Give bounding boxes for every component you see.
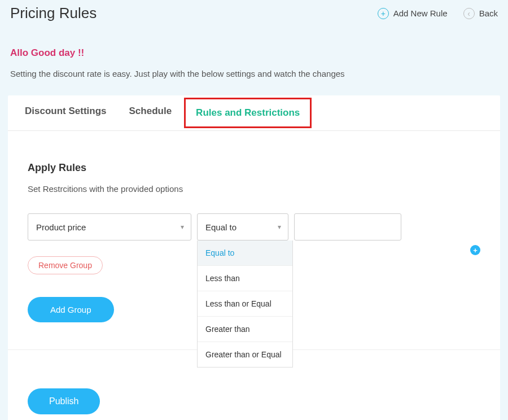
value-input[interactable] (294, 213, 401, 240)
remove-group-button[interactable]: Remove Group (28, 256, 103, 274)
dropdown-option-less[interactable]: Less than (198, 266, 292, 291)
tab-rules-restrictions[interactable]: Rules and Restrictions (184, 98, 312, 128)
dropdown-option-less-equal[interactable]: Less than or Equal (198, 291, 292, 317)
section-title: Apply Rules (28, 162, 480, 174)
add-new-rule-label: Add New Rule (393, 8, 448, 18)
back-label: Back (479, 8, 498, 18)
dropdown-option-greater[interactable]: Greater than (198, 317, 292, 342)
header-actions: + Add New Rule ‹ Back (378, 8, 498, 19)
tab-schedule[interactable]: Schedule (129, 106, 172, 120)
operator-dropdown: Equal to Less than Less than or Equal Gr… (197, 240, 293, 368)
subtitle-text: Setting the discount rate is easy. Just … (0, 59, 508, 95)
greeting-text: Allo Good day !! (0, 22, 508, 59)
tab-discount-settings[interactable]: Discount Settings (25, 106, 107, 120)
chevron-down-icon: ▾ (181, 223, 184, 231)
main-card: Discount Settings Schedule Rules and Res… (8, 95, 500, 420)
rule-group: Product price ▾ Equal to ▾ Equal to Less… (28, 213, 480, 322)
chevron-left-icon: ‹ (463, 8, 475, 19)
field-select-value: Product price (36, 222, 86, 232)
plus-icon: + (378, 8, 389, 19)
operator-select-value: Equal to (205, 222, 237, 232)
add-group-button[interactable]: Add Group (28, 297, 114, 322)
dropdown-option-greater-equal[interactable]: Greater than or Equal (198, 342, 292, 367)
back-button[interactable]: ‹ Back (463, 8, 498, 19)
chevron-down-icon: ▾ (278, 223, 281, 231)
page-title: Pricing Rules (10, 5, 97, 22)
tab-bar: Discount Settings Schedule Rules and Res… (8, 95, 500, 131)
section-subtitle: Set Restrcitions with the provided optio… (28, 184, 480, 194)
publish-button[interactable]: Publish (28, 388, 100, 414)
rule-row: Product price ▾ Equal to ▾ Equal to Less… (28, 213, 480, 240)
content-area: Apply Rules Set Restrcitions with the pr… (8, 131, 500, 420)
field-select[interactable]: Product price ▾ (28, 213, 191, 240)
operator-select[interactable]: Equal to ▾ (197, 213, 288, 240)
add-new-rule-button[interactable]: + Add New Rule (378, 8, 448, 19)
dropdown-option-equal[interactable]: Equal to (198, 240, 292, 266)
add-rule-icon[interactable]: + (470, 245, 480, 255)
